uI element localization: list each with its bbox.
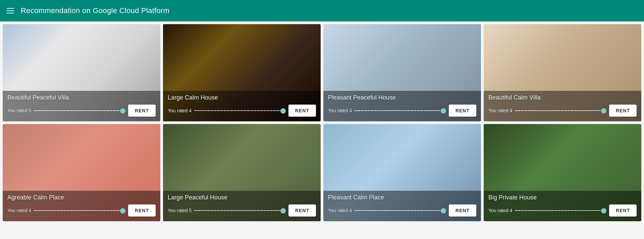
rent-button-5[interactable]: RENT (128, 204, 156, 217)
property-card-7: Pleasant Calm Place You rated 4 RENT (323, 124, 481, 221)
card-slider-thumb-7 (441, 208, 446, 214)
card-slider-thumb-8 (601, 208, 606, 214)
property-card-8: Big Private House You rated 4 RENT (484, 124, 641, 221)
card-overlay-1: Beautiful Peaceful Villa You rated 5 REN… (3, 91, 160, 121)
card-slider-thumb-3 (441, 108, 446, 114)
card-overlay-5: Agreable Calm Place You rated 4 RENT (3, 191, 160, 221)
card-rating-1: You rated 5 (7, 108, 31, 113)
card-bottom-8: You rated 4 RENT (488, 204, 637, 217)
card-rating-5: You rated 4 (7, 208, 31, 213)
card-bottom-6: You rated 5 RENT (168, 204, 316, 217)
rent-button-1[interactable]: RENT (128, 105, 156, 117)
card-bottom-7: You rated 4 RENT (328, 204, 476, 217)
rent-button-8[interactable]: RENT (609, 204, 637, 217)
card-title-4: Beautiful Calm Villa (488, 94, 637, 101)
card-title-8: Big Private House (488, 194, 637, 201)
property-card-2: Large Calm House You rated 4 RENT (163, 24, 321, 121)
card-slider-track-1[interactable] (34, 110, 125, 111)
card-bottom-3: You rated 4 RENT (328, 105, 476, 117)
card-overlay-7: Pleasant Calm Place You rated 4 RENT (323, 191, 481, 221)
card-title-7: Pleasant Calm Place (328, 194, 476, 201)
property-grid: Beautiful Peaceful Villa You rated 5 REN… (0, 21, 644, 224)
card-title-5: Agreable Calm Place (7, 194, 156, 201)
card-slider-track-2[interactable] (194, 110, 286, 111)
card-rating-6: You rated 5 (168, 208, 192, 213)
card-rating-3: You rated 4 (328, 108, 352, 113)
property-card-3: Pleasant Peaceful House You rated 4 RENT (323, 24, 481, 121)
card-slider-thumb-4 (601, 108, 606, 114)
card-slider-track-5[interactable] (34, 210, 125, 211)
card-overlay-2: Large Calm House You rated 4 RENT (163, 91, 321, 121)
card-slider-track-8[interactable] (515, 210, 606, 211)
card-slider-track-3[interactable] (355, 110, 446, 111)
card-slider-thumb-2 (280, 108, 286, 114)
card-overlay-4: Beautiful Calm Villa You rated 4 RENT (484, 91, 641, 121)
app-title: Recommendation on Google Cloud Platform (21, 6, 169, 15)
card-slider-track-4[interactable] (515, 110, 606, 111)
card-slider-track-6[interactable] (194, 210, 286, 211)
card-bottom-4: You rated 4 RENT (488, 105, 637, 117)
card-slider-track-7[interactable] (355, 210, 446, 211)
card-title-6: Large Peaceful House (168, 194, 316, 201)
card-bottom-5: You rated 4 RENT (7, 204, 156, 217)
property-card-6: Large Peaceful House You rated 5 RENT (163, 124, 321, 221)
card-overlay-8: Big Private House You rated 4 RENT (484, 191, 641, 221)
rent-button-3[interactable]: RENT (449, 105, 476, 117)
card-slider-thumb-6 (280, 208, 286, 214)
card-rating-2: You rated 4 (168, 108, 192, 113)
card-title-3: Pleasant Peaceful House (328, 94, 476, 101)
app-header: Recommendation on Google Cloud Platform (0, 0, 644, 21)
rent-button-4[interactable]: RENT (609, 105, 637, 117)
card-rating-8: You rated 4 (488, 208, 512, 213)
card-rating-4: You rated 4 (488, 108, 512, 113)
card-bottom-1: You rated 5 RENT (7, 105, 156, 117)
menu-icon[interactable] (7, 8, 14, 13)
property-card-1: Beautiful Peaceful Villa You rated 5 REN… (3, 24, 160, 121)
card-overlay-6: Large Peaceful House You rated 5 RENT (163, 191, 321, 221)
card-title-2: Large Calm House (168, 94, 316, 101)
rent-button-7[interactable]: RENT (449, 204, 476, 217)
property-card-4: Beautiful Calm Villa You rated 4 RENT (484, 24, 641, 121)
rent-button-2[interactable]: RENT (288, 105, 316, 117)
card-bottom-2: You rated 4 RENT (168, 105, 316, 117)
card-slider-thumb-5 (120, 208, 125, 214)
card-rating-7: You rated 4 (328, 208, 352, 213)
card-overlay-3: Pleasant Peaceful House You rated 4 RENT (323, 91, 481, 121)
card-slider-thumb-1 (120, 108, 125, 114)
card-title-1: Beautiful Peaceful Villa (7, 94, 156, 101)
rent-button-6[interactable]: RENT (288, 204, 316, 217)
property-card-5: Agreable Calm Place You rated 4 RENT (3, 124, 160, 221)
